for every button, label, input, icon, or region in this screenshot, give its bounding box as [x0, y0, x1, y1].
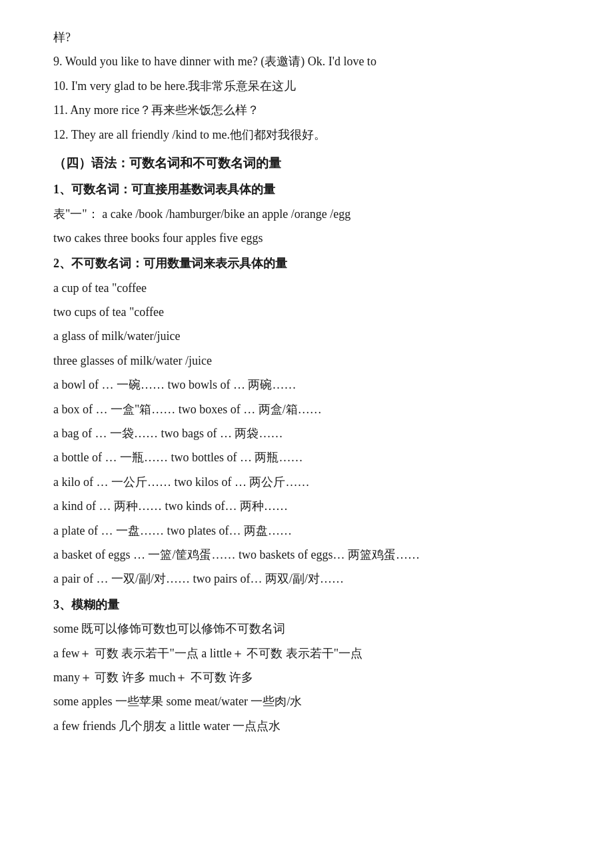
line6: two cakes three books four apples five e…: [53, 227, 560, 249]
line20: some 既可以修饰可数也可以修饰不可数名词: [53, 618, 560, 639]
line10: three glasses of milk/water /juice: [53, 350, 560, 371]
line14: a bottle of … 一瓶…… two bottles of … 两瓶……: [53, 447, 560, 468]
sub2: 2、不可数名词：可用数量词来表示具体的量: [53, 253, 560, 274]
section4: （四）语法：可数名词和不可数名词的量: [53, 152, 560, 175]
sub1: 1、可数名词：可直接用基数词表具体的量: [53, 179, 560, 200]
line11: a bowl of … 一碗…… two bowls of … 两碗……: [53, 374, 560, 395]
line2: 10. I'm very glad to be here.我非常乐意呆在这儿: [53, 75, 560, 97]
line0: 样?: [53, 27, 560, 48]
line16: a kind of … 两种…… two kinds of… 两种……: [53, 495, 560, 517]
line18: a basket of eggs … 一篮/筐鸡蛋…… two baskets …: [53, 544, 560, 565]
line3: 11. Any more rice？再来些米饭怎么样？: [53, 99, 560, 121]
line15: a kilo of … 一公斤…… two kilos of … 两公斤……: [53, 471, 560, 493]
line9: a glass of milk/water/juice: [53, 325, 560, 347]
line13: a bag of … 一袋…… two bags of … 两袋……: [53, 423, 560, 444]
line1: 9. Would you like to have dinner with me…: [53, 51, 560, 72]
line19: a pair of … 一双/副/对…… two pairs of… 两双/副/…: [53, 568, 560, 589]
document-content: 样?9. Would you like to have dinner with …: [53, 27, 560, 737]
line22: many＋ 可数 许多 much＋ 不可数 许多: [53, 667, 560, 688]
line8: two cups of tea "coffee: [53, 301, 560, 323]
line12: a box of … 一盒"箱…… two boxes of … 两盒/箱……: [53, 399, 560, 420]
line21: a few＋ 可数 表示若干"一点 a little＋ 不可数 表示若干"一点: [53, 643, 560, 664]
line23: some apples 一些苹果 some meat/water 一些肉/水: [53, 691, 560, 712]
sub3: 3、模糊的量: [53, 594, 560, 615]
line4: 12. They are all friendly /kind to me.他们…: [53, 124, 560, 145]
line5: 表"一"： a cake /book /hamburger/bike an ap…: [53, 203, 560, 225]
line7: a cup of tea "coffee: [53, 277, 560, 299]
line24: a few friends 几个朋友 a little water 一点点水: [53, 715, 560, 737]
line17: a plate of … 一盘…… two plates of… 两盘……: [53, 520, 560, 541]
